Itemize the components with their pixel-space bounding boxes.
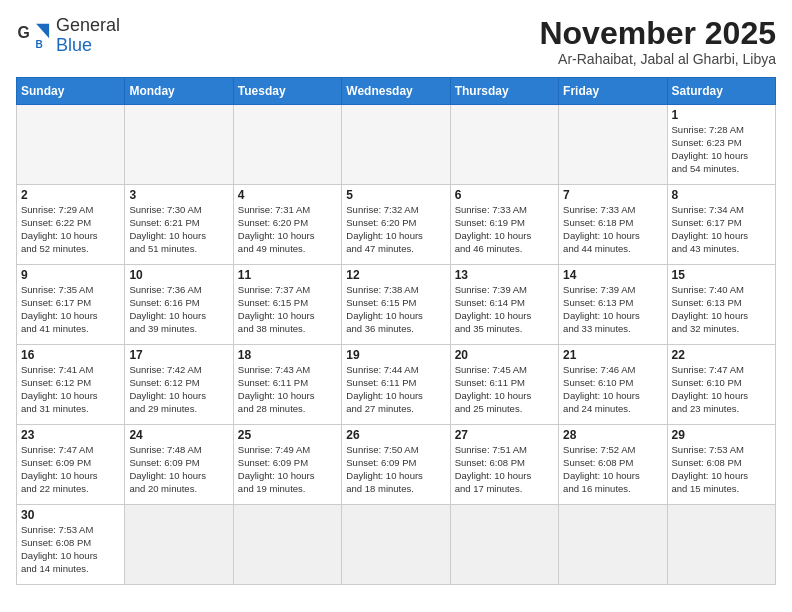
day-number: 15 xyxy=(672,268,771,282)
calendar-cell: 18Sunrise: 7:43 AM Sunset: 6:11 PM Dayli… xyxy=(233,345,341,425)
day-info: Sunrise: 7:51 AM Sunset: 6:08 PM Dayligh… xyxy=(455,444,554,495)
calendar-cell: 6Sunrise: 7:33 AM Sunset: 6:19 PM Daylig… xyxy=(450,185,558,265)
day-info: Sunrise: 7:33 AM Sunset: 6:18 PM Dayligh… xyxy=(563,204,662,255)
calendar-cell: 23Sunrise: 7:47 AM Sunset: 6:09 PM Dayli… xyxy=(17,425,125,505)
day-number: 30 xyxy=(21,508,120,522)
day-info: Sunrise: 7:30 AM Sunset: 6:21 PM Dayligh… xyxy=(129,204,228,255)
calendar-cell: 12Sunrise: 7:38 AM Sunset: 6:15 PM Dayli… xyxy=(342,265,450,345)
calendar-cell: 13Sunrise: 7:39 AM Sunset: 6:14 PM Dayli… xyxy=(450,265,558,345)
day-info: Sunrise: 7:46 AM Sunset: 6:10 PM Dayligh… xyxy=(563,364,662,415)
calendar-cell xyxy=(17,105,125,185)
weekday-header-friday: Friday xyxy=(559,78,667,105)
day-info: Sunrise: 7:39 AM Sunset: 6:13 PM Dayligh… xyxy=(563,284,662,335)
day-number: 4 xyxy=(238,188,337,202)
day-info: Sunrise: 7:52 AM Sunset: 6:08 PM Dayligh… xyxy=(563,444,662,495)
calendar-cell: 3Sunrise: 7:30 AM Sunset: 6:21 PM Daylig… xyxy=(125,185,233,265)
day-number: 10 xyxy=(129,268,228,282)
calendar-cell: 14Sunrise: 7:39 AM Sunset: 6:13 PM Dayli… xyxy=(559,265,667,345)
svg-text:G: G xyxy=(17,24,29,41)
calendar-cell: 29Sunrise: 7:53 AM Sunset: 6:08 PM Dayli… xyxy=(667,425,775,505)
day-number: 20 xyxy=(455,348,554,362)
day-number: 5 xyxy=(346,188,445,202)
weekday-header-thursday: Thursday xyxy=(450,78,558,105)
week-row-1: 1Sunrise: 7:28 AM Sunset: 6:23 PM Daylig… xyxy=(17,105,776,185)
calendar-cell xyxy=(667,505,775,585)
day-info: Sunrise: 7:38 AM Sunset: 6:15 PM Dayligh… xyxy=(346,284,445,335)
day-info: Sunrise: 7:50 AM Sunset: 6:09 PM Dayligh… xyxy=(346,444,445,495)
calendar-cell: 28Sunrise: 7:52 AM Sunset: 6:08 PM Dayli… xyxy=(559,425,667,505)
day-info: Sunrise: 7:42 AM Sunset: 6:12 PM Dayligh… xyxy=(129,364,228,415)
day-number: 16 xyxy=(21,348,120,362)
day-number: 29 xyxy=(672,428,771,442)
day-number: 14 xyxy=(563,268,662,282)
weekday-header-wednesday: Wednesday xyxy=(342,78,450,105)
calendar-cell: 7Sunrise: 7:33 AM Sunset: 6:18 PM Daylig… xyxy=(559,185,667,265)
day-info: Sunrise: 7:40 AM Sunset: 6:13 PM Dayligh… xyxy=(672,284,771,335)
day-info: Sunrise: 7:32 AM Sunset: 6:20 PM Dayligh… xyxy=(346,204,445,255)
logo-line2: Blue xyxy=(56,36,120,56)
day-info: Sunrise: 7:41 AM Sunset: 6:12 PM Dayligh… xyxy=(21,364,120,415)
day-info: Sunrise: 7:35 AM Sunset: 6:17 PM Dayligh… xyxy=(21,284,120,335)
calendar-cell: 4Sunrise: 7:31 AM Sunset: 6:20 PM Daylig… xyxy=(233,185,341,265)
calendar-cell: 15Sunrise: 7:40 AM Sunset: 6:13 PM Dayli… xyxy=(667,265,775,345)
day-number: 12 xyxy=(346,268,445,282)
day-info: Sunrise: 7:47 AM Sunset: 6:09 PM Dayligh… xyxy=(21,444,120,495)
week-row-4: 16Sunrise: 7:41 AM Sunset: 6:12 PM Dayli… xyxy=(17,345,776,425)
weekday-header-sunday: Sunday xyxy=(17,78,125,105)
calendar-cell xyxy=(342,105,450,185)
calendar-cell: 26Sunrise: 7:50 AM Sunset: 6:09 PM Dayli… xyxy=(342,425,450,505)
calendar-cell xyxy=(450,105,558,185)
day-number: 25 xyxy=(238,428,337,442)
day-info: Sunrise: 7:37 AM Sunset: 6:15 PM Dayligh… xyxy=(238,284,337,335)
day-number: 21 xyxy=(563,348,662,362)
day-number: 26 xyxy=(346,428,445,442)
calendar-cell: 25Sunrise: 7:49 AM Sunset: 6:09 PM Dayli… xyxy=(233,425,341,505)
calendar-cell: 11Sunrise: 7:37 AM Sunset: 6:15 PM Dayli… xyxy=(233,265,341,345)
day-number: 19 xyxy=(346,348,445,362)
subtitle: Ar-Rahaibat, Jabal al Gharbi, Libya xyxy=(539,51,776,67)
day-number: 7 xyxy=(563,188,662,202)
day-info: Sunrise: 7:29 AM Sunset: 6:22 PM Dayligh… xyxy=(21,204,120,255)
day-info: Sunrise: 7:44 AM Sunset: 6:11 PM Dayligh… xyxy=(346,364,445,415)
calendar-cell: 2Sunrise: 7:29 AM Sunset: 6:22 PM Daylig… xyxy=(17,185,125,265)
calendar-cell: 20Sunrise: 7:45 AM Sunset: 6:11 PM Dayli… xyxy=(450,345,558,425)
day-info: Sunrise: 7:53 AM Sunset: 6:08 PM Dayligh… xyxy=(672,444,771,495)
calendar-cell: 17Sunrise: 7:42 AM Sunset: 6:12 PM Dayli… xyxy=(125,345,233,425)
week-row-2: 2Sunrise: 7:29 AM Sunset: 6:22 PM Daylig… xyxy=(17,185,776,265)
day-info: Sunrise: 7:33 AM Sunset: 6:19 PM Dayligh… xyxy=(455,204,554,255)
day-info: Sunrise: 7:28 AM Sunset: 6:23 PM Dayligh… xyxy=(672,124,771,175)
svg-marker-1 xyxy=(36,24,49,38)
svg-text:B: B xyxy=(35,39,42,50)
calendar-cell: 22Sunrise: 7:47 AM Sunset: 6:10 PM Dayli… xyxy=(667,345,775,425)
day-number: 22 xyxy=(672,348,771,362)
day-number: 17 xyxy=(129,348,228,362)
day-number: 28 xyxy=(563,428,662,442)
weekday-header-monday: Monday xyxy=(125,78,233,105)
day-number: 8 xyxy=(672,188,771,202)
calendar: SundayMondayTuesdayWednesdayThursdayFrid… xyxy=(16,77,776,585)
day-info: Sunrise: 7:43 AM Sunset: 6:11 PM Dayligh… xyxy=(238,364,337,415)
day-number: 3 xyxy=(129,188,228,202)
title-area: November 2025 Ar-Rahaibat, Jabal al Ghar… xyxy=(539,16,776,67)
logo: G B General Blue xyxy=(16,16,120,56)
day-info: Sunrise: 7:39 AM Sunset: 6:14 PM Dayligh… xyxy=(455,284,554,335)
calendar-cell: 24Sunrise: 7:48 AM Sunset: 6:09 PM Dayli… xyxy=(125,425,233,505)
day-info: Sunrise: 7:47 AM Sunset: 6:10 PM Dayligh… xyxy=(672,364,771,415)
day-number: 18 xyxy=(238,348,337,362)
calendar-cell: 8Sunrise: 7:34 AM Sunset: 6:17 PM Daylig… xyxy=(667,185,775,265)
day-info: Sunrise: 7:31 AM Sunset: 6:20 PM Dayligh… xyxy=(238,204,337,255)
calendar-cell: 27Sunrise: 7:51 AM Sunset: 6:08 PM Dayli… xyxy=(450,425,558,505)
calendar-cell: 1Sunrise: 7:28 AM Sunset: 6:23 PM Daylig… xyxy=(667,105,775,185)
weekday-header-row: SundayMondayTuesdayWednesdayThursdayFrid… xyxy=(17,78,776,105)
month-title: November 2025 xyxy=(539,16,776,51)
weekday-header-tuesday: Tuesday xyxy=(233,78,341,105)
calendar-cell xyxy=(342,505,450,585)
day-number: 6 xyxy=(455,188,554,202)
day-info: Sunrise: 7:45 AM Sunset: 6:11 PM Dayligh… xyxy=(455,364,554,415)
week-row-6: 30Sunrise: 7:53 AM Sunset: 6:08 PM Dayli… xyxy=(17,505,776,585)
calendar-cell xyxy=(559,505,667,585)
day-number: 23 xyxy=(21,428,120,442)
day-number: 1 xyxy=(672,108,771,122)
calendar-cell xyxy=(450,505,558,585)
day-info: Sunrise: 7:36 AM Sunset: 6:16 PM Dayligh… xyxy=(129,284,228,335)
